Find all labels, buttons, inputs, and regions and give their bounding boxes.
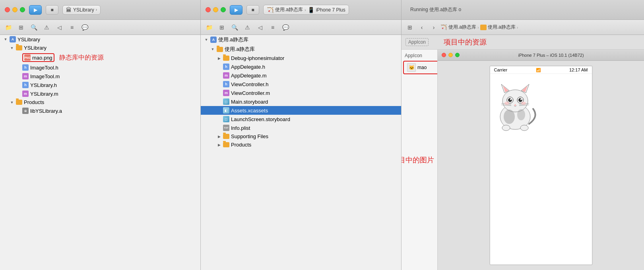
storyboard-icon-2: ◫ [223, 116, 229, 122]
appdelegate-m-label: AppDelegate.m [231, 73, 267, 79]
svg-point-11 [520, 98, 522, 100]
m-file-icon-1: m [22, 73, 29, 79]
list-icon[interactable]: ≡ [67, 23, 77, 32]
tree-item-products[interactable]: Products [201, 141, 401, 149]
maximize-button[interactable] [20, 7, 25, 12]
sim-close-btn[interactable] [442, 53, 446, 57]
tree-item-supporting-files[interactable]: Supporting Files [201, 132, 401, 141]
tree-item-yslibrary-folder[interactable]: YSLibrary [0, 44, 200, 52]
disclosure-yslibrary-folder[interactable] [10, 46, 14, 50]
imagetool-m-label: ImageTool.m [30, 73, 60, 79]
search-icon[interactable]: 🔍 [29, 23, 39, 32]
middle-window-buttons [206, 7, 226, 12]
mid-close-button[interactable] [206, 7, 211, 12]
right-panel: AppIcon 项目中的资源 AppIcon 🐱 mao mao [402, 35, 644, 270]
left-play-button[interactable]: ▶ [29, 5, 42, 15]
mid-hierarchy-icon[interactable]: ⊞ [217, 23, 227, 32]
disclosure-products[interactable] [10, 100, 14, 105]
tree-item-libyslibrary[interactable]: 🏛 libYSLibrary.a [0, 106, 200, 115]
mid-search-icon[interactable]: 🔍 [229, 23, 240, 32]
tree-item-app-folder[interactable]: 使用.a静态库 [201, 44, 401, 54]
svg-point-22 [521, 102, 526, 105]
grid-view-icon[interactable]: ⊞ [405, 23, 415, 32]
png-icon: PNG [24, 54, 31, 61]
middle-panel: A 使用.a静态库 使用.a静态库 Debug-iphonesimulator … [201, 35, 402, 270]
tree-item-main-storyboard[interactable]: ◫ Main.storyboard [201, 97, 401, 106]
folder-yellow-icon [16, 45, 22, 50]
back-icon[interactable]: ‹ [417, 23, 427, 32]
warning-icon[interactable]: ⚠ [41, 23, 52, 32]
main-storyboard-label: Main.storyboard [231, 99, 268, 105]
scm-icon[interactable]: ◁ [54, 23, 64, 32]
tree-item-yslibrary-root[interactable]: A YSLibrary [0, 35, 200, 44]
mid-warning-icon[interactable]: ⚠ [242, 23, 252, 32]
left-scheme-selector[interactable]: 🏛 YSLibrary › [62, 5, 101, 15]
mid-list-icon[interactable]: ≡ [268, 23, 278, 32]
svg-point-20 [520, 125, 528, 131]
yslibrary-root-label: YSLibrary [17, 37, 40, 42]
disclosure-yslibrary-root[interactable] [3, 37, 8, 42]
secondary-toolbar: 📁 ⊞ 🔍 ⚠ ◁ ≡ 💬 📁 ⊞ 🔍 ⚠ ◁ ≡ 💬 ⊞ ‹ › 🏹 使用.a… [0, 20, 644, 35]
disclosure-app-folder[interactable] [210, 47, 215, 52]
middle-device-label: iPhone 7 Plus [316, 7, 345, 13]
breadcrumb-item-1[interactable]: 使用.a静态库 [448, 24, 476, 31]
appdelegate-h-label: AppDelegate.h [231, 64, 265, 70]
display-annotation-text: 显示的是项目中的图片 [402, 155, 434, 165]
tree-item-launch-storyboard[interactable]: ◫ LaunchScreen.storyboard [201, 115, 401, 123]
comment-icon[interactable]: 💬 [80, 23, 90, 32]
mid-folder-icon[interactable]: 📁 [204, 23, 214, 32]
project-icon: A [10, 36, 16, 42]
assets-icon: ◧ [223, 107, 229, 114]
sim-min-btn[interactable] [448, 53, 453, 57]
disclosure-supporting[interactable] [217, 134, 221, 139]
iphone-screen: Carrier 📶 12:17 AM [489, 66, 593, 265]
tree-item-debug-folder[interactable]: Debug-iphonesimulator [201, 54, 401, 62]
app-root-label: 使用.a静态库 [218, 36, 248, 43]
svg-point-10 [510, 98, 512, 100]
tree-item-appdelegate-h[interactable]: h AppDelegate.h [201, 62, 401, 71]
svg-point-21 [504, 102, 509, 105]
hierarchy-icon[interactable]: ⊞ [16, 23, 26, 32]
left-stop-button[interactable]: ■ [46, 5, 58, 15]
tree-item-vc-h[interactable]: h ViewController.h [201, 80, 401, 89]
close-button[interactable] [5, 7, 10, 12]
right-secondary: ⊞ ‹ › 🏹 使用.a静态库 › 使用.a静态库 › [402, 20, 644, 35]
mid-scm-icon[interactable]: ◁ [255, 23, 265, 32]
mid-minimize-button[interactable] [213, 7, 218, 12]
tree-item-vc-m[interactable]: m ViewController.m [201, 89, 401, 97]
simulator-window: iPhone 7 Plus – iOS 10.1 (14B72) Carrier… [437, 50, 644, 270]
tree-item-appdelegate-m[interactable]: m AppDelegate.m [201, 71, 401, 80]
scheme-arrow-icon: › [96, 8, 97, 12]
tree-item-info-plist[interactable]: TXT Info.plist [201, 123, 401, 132]
forward-icon[interactable]: › [429, 23, 439, 32]
time-label: 12:17 AM [569, 68, 588, 72]
disclosure-debug[interactable] [217, 56, 221, 61]
folder-nav-icon[interactable]: 📁 [3, 23, 14, 32]
scheme-icon: 🏛 [66, 7, 72, 13]
mid-maximize-button[interactable] [221, 7, 226, 12]
storyboard-icon-1: ◫ [223, 98, 229, 105]
tree-item-yslibrary-h[interactable]: h YSLibrary.h [0, 81, 200, 89]
sim-max-btn[interactable] [455, 53, 460, 57]
minimize-button[interactable] [12, 7, 17, 12]
tree-item-products-folder[interactable]: Products [0, 98, 200, 106]
mid-arrow: › [305, 8, 306, 12]
tree-item-mao-png[interactable]: PNG mao.png 静态库中的资源 [0, 52, 200, 63]
middle-stop-button[interactable]: ■ [246, 5, 259, 15]
tree-item-yslibrary-m[interactable]: m YSLibrary.m [0, 89, 200, 98]
middle-play-button[interactable]: ▶ [230, 5, 242, 15]
tree-item-imagetool-m[interactable]: m ImageTool.m [0, 72, 200, 81]
disclosure-app-root[interactable] [204, 37, 209, 42]
disclosure-products-mid[interactable] [217, 143, 221, 147]
breadcrumb-item-2[interactable]: 使用.a静态库 [488, 24, 516, 31]
tree-item-assets[interactable]: ◧ Assets.xcassets [201, 106, 401, 115]
mid-comment-icon[interactable]: 💬 [280, 23, 291, 32]
tree-item-app-root[interactable]: A 使用.a静态库 [201, 35, 401, 44]
iphone-status-bar: Carrier 📶 12:17 AM [490, 66, 592, 74]
cat-illustration [493, 77, 537, 133]
main-content: A YSLibrary YSLibrary PNG mao.png 静态库中的资… [0, 35, 644, 270]
app-folder-label: 使用.a静态库 [225, 46, 255, 53]
tree-item-imagetool-h[interactable]: h ImageTool.h [0, 63, 200, 72]
middle-scheme-selector[interactable]: 🏹 使用.a静态库 › 📱 iPhone 7 Plus [263, 5, 349, 15]
left-toolbar: ▶ ■ 🏛 YSLibrary › [0, 0, 201, 19]
